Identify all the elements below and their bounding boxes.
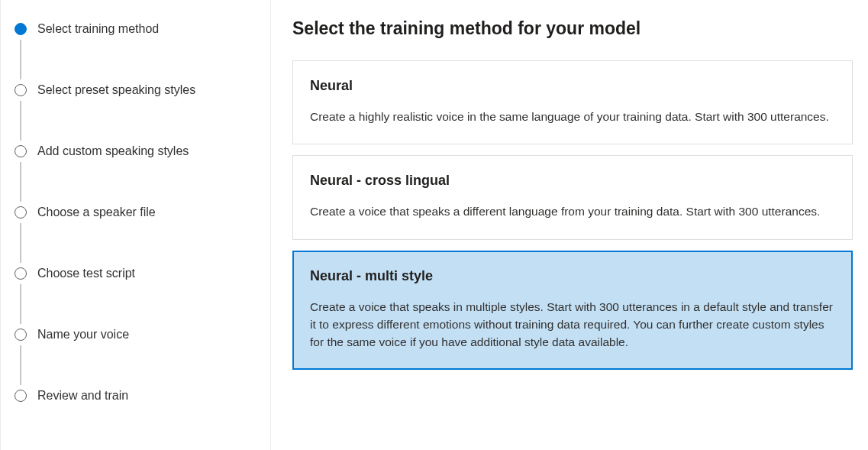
step-review-and-train[interactable]: Review and train bbox=[15, 388, 252, 403]
step-marker-icon bbox=[15, 390, 27, 402]
step-choose-test-script[interactable]: Choose test script bbox=[15, 266, 252, 281]
step-connector bbox=[20, 284, 21, 324]
option-title: Neural - multi style bbox=[310, 268, 835, 284]
training-method-options: Neural Create a highly realistic voice i… bbox=[292, 60, 853, 370]
step-connector bbox=[20, 345, 21, 385]
step-choose-speaker-file[interactable]: Choose a speaker file bbox=[15, 205, 252, 220]
step-label: Add custom speaking styles bbox=[37, 144, 189, 158]
wizard-steps: Select training method Select preset spe… bbox=[15, 21, 252, 403]
option-neural-multi-style[interactable]: Neural - multi style Create a voice that… bbox=[292, 251, 853, 371]
step-label: Choose test script bbox=[37, 267, 135, 280]
option-title: Neural bbox=[310, 78, 835, 94]
step-select-preset-speaking-styles[interactable]: Select preset speaking styles bbox=[15, 83, 252, 98]
step-label: Select preset speaking styles bbox=[37, 83, 195, 97]
main-content: Select the training method for your mode… bbox=[271, 0, 868, 450]
option-description: Create a highly realistic voice in the s… bbox=[310, 108, 835, 125]
step-connector bbox=[20, 162, 21, 202]
page-title: Select the training method for your mode… bbox=[292, 18, 853, 39]
step-connector bbox=[20, 40, 21, 79]
step-select-training-method[interactable]: Select training method bbox=[15, 21, 252, 37]
step-label: Review and train bbox=[37, 389, 128, 403]
option-description: Create a voice that speaks in multiple s… bbox=[310, 298, 835, 351]
option-neural[interactable]: Neural Create a highly realistic voice i… bbox=[292, 60, 853, 144]
option-description: Create a voice that speaks a different l… bbox=[310, 202, 835, 220]
step-connector bbox=[20, 223, 21, 263]
step-label: Choose a speaker file bbox=[37, 206, 156, 219]
option-title: Neural - cross lingual bbox=[310, 173, 835, 189]
step-marker-icon bbox=[15, 206, 27, 219]
step-label: Name your voice bbox=[37, 328, 129, 342]
step-marker-icon bbox=[15, 23, 27, 35]
step-marker-icon bbox=[15, 145, 27, 157]
step-marker-icon bbox=[15, 329, 27, 341]
step-name-your-voice[interactable]: Name your voice bbox=[15, 327, 252, 342]
step-add-custom-speaking-styles[interactable]: Add custom speaking styles bbox=[15, 144, 252, 159]
step-connector bbox=[20, 101, 21, 141]
wizard-sidebar: Select training method Select preset spe… bbox=[0, 0, 271, 450]
step-marker-icon bbox=[15, 267, 27, 280]
option-neural-cross-lingual[interactable]: Neural - cross lingual Create a voice th… bbox=[292, 155, 853, 239]
step-marker-icon bbox=[15, 84, 27, 96]
step-label: Select training method bbox=[37, 22, 159, 36]
